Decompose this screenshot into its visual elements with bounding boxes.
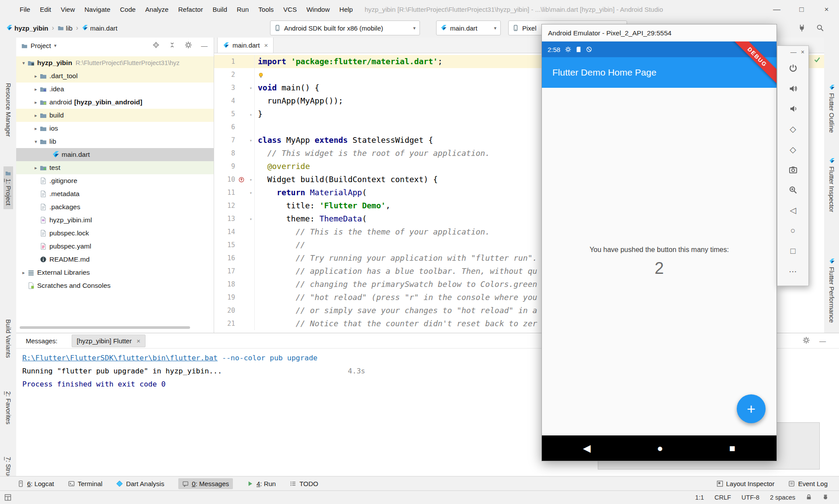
status-widget-utf-8[interactable]: UTF-8 [742, 494, 759, 501]
emulator-camera-button[interactable] [777, 160, 808, 180]
status-widget-1-1[interactable]: 1:1 [695, 494, 704, 501]
menu-build[interactable]: Build [208, 0, 232, 19]
fold-marker-icon[interactable]: ▾ [247, 190, 254, 195]
search-button[interactable] [816, 24, 824, 32]
chevron-right-icon[interactable]: ▸ [32, 165, 40, 171]
chevron-right-icon[interactable]: ▸ [32, 126, 40, 131]
menu-refactor[interactable]: Refactor [173, 0, 208, 19]
menu-help[interactable]: Help [335, 0, 358, 19]
chevron-right-icon[interactable]: ▸ [32, 73, 40, 79]
fold-marker-icon[interactable]: ▾ [247, 86, 254, 90]
window-minimize-button[interactable]: — [764, 0, 789, 19]
menu-window[interactable]: Window [302, 0, 334, 19]
breadcrumb-item-hyzp-yibin[interactable]: hyzp_yibin [6, 24, 49, 32]
lock-button[interactable] [806, 494, 812, 501]
hide-button[interactable]: — [201, 42, 208, 49]
tree-item-android[interactable]: ▸android[hyzp_yibin_android] [16, 96, 214, 109]
stripe-item-build-variants[interactable]: Build Variants [5, 319, 12, 358]
tree-item-metadata[interactable]: .metadata [16, 187, 214, 200]
tab-close-icon[interactable]: × [264, 41, 268, 49]
tree-item-hyzp-yibin-iml[interactable]: hyzp_yibin.iml [16, 214, 214, 227]
inspections-ok-icon[interactable] [814, 56, 821, 63]
device-selector[interactable]: Android SDK built for x86 (mobile)▾ [270, 21, 420, 35]
tree-item-scratches-and-consoles[interactable]: Scratches and Consoles [16, 279, 214, 292]
breadcrumb-item-main-dart[interactable]: main.dart [82, 24, 118, 32]
tool-window-button-event-log[interactable]: Event Log [788, 480, 828, 487]
stripe-item-2-favorites[interactable]: 2: Favorites [5, 391, 12, 425]
fold-marker-icon[interactable]: ▾ [247, 138, 254, 143]
locate-button[interactable] [153, 41, 159, 50]
project-panel-title[interactable]: Project [31, 42, 51, 49]
tree-item-test[interactable]: ▸test [16, 161, 214, 174]
tree-item-hyzp-yibin[interactable]: ▾hyzp_yibinR:\FlutterProject\FlutterProj… [16, 56, 214, 69]
chevron-down-icon[interactable]: ▾ [54, 43, 57, 48]
emulator-volume-down-button[interactable] [777, 99, 808, 119]
tool-window-button-terminal[interactable]: Terminal [68, 480, 103, 487]
emulator-rotate-right-button[interactable]: ◇ [777, 139, 808, 160]
status-widget-crlf[interactable]: CRLF [714, 494, 731, 501]
fold-marker-icon[interactable]: ▴ [247, 112, 254, 117]
tool-window-button-0-messages[interactable]: 0: Messages [178, 478, 233, 489]
chevron-right-icon[interactable]: ▸ [32, 100, 40, 105]
menu-navigate[interactable]: Navigate [80, 0, 115, 19]
settings-button[interactable] [185, 41, 192, 50]
menu-vcs[interactable]: VCS [278, 0, 302, 19]
console-link[interactable]: R:\Flutter\FlutterSDK\flutter\bin\flutte… [22, 354, 218, 362]
tab-close-icon[interactable]: × [136, 337, 140, 345]
settings-button[interactable] [803, 337, 810, 345]
nav-overview-button[interactable]: ■ [729, 442, 735, 454]
tool-window-button-layout-inspector[interactable]: Layout Inspector [717, 480, 775, 487]
emulator-power-button[interactable] [777, 58, 808, 79]
menu-file[interactable]: File [15, 0, 35, 19]
emulator-volume-up-button[interactable] [777, 79, 808, 99]
emulator-more-button[interactable]: ⋯ [777, 261, 808, 282]
nav-back-button[interactable]: ◀ [583, 442, 591, 454]
menu-run[interactable]: Run [232, 0, 254, 19]
emulator-toolbar-minimize-button[interactable]: — [790, 48, 797, 55]
chevron-down-icon[interactable]: ▾ [20, 60, 28, 66]
console-tab-flutter[interactable]: [hyzp_yibin] Flutter × [72, 335, 146, 347]
menu-analyze[interactable]: Analyze [140, 0, 173, 19]
minimize-button[interactable]: — [819, 337, 826, 345]
tree-item-packages[interactable]: .packages [16, 200, 214, 214]
tree-item-build[interactable]: ▸build [16, 109, 214, 122]
menu-code[interactable]: Code [115, 0, 140, 19]
stripe-item-flutter-inspector[interactable]: Flutter Inspector [828, 158, 835, 212]
stripe-item-flutter-performance[interactable]: Flutter Performance [828, 259, 835, 323]
tree-item-pubspec-yaml[interactable]: pubspec.yaml [16, 240, 214, 253]
emulator-toolbar-close-button[interactable]: × [801, 48, 804, 55]
tree-item-main-dart[interactable]: main.dart [16, 148, 214, 161]
stripe-item-flutter-outline[interactable]: Flutter Outline [828, 85, 835, 133]
emulator-rotate-left-button[interactable]: ◇ [777, 119, 808, 140]
run-config-selector[interactable]: main.dart▾ [436, 21, 501, 35]
tree-item-readme-md[interactable]: README.md [16, 253, 214, 266]
status-widget-2-spaces[interactable]: 2 spaces [770, 494, 795, 501]
tree-item-lib[interactable]: ▾lib [16, 135, 214, 148]
stripe-item-resource-manager[interactable]: Resource Manager [5, 83, 12, 137]
editor-tab-main-dart[interactable]: main.dart × [217, 38, 274, 53]
tree-item-external-libraries[interactable]: ▸External Libraries [16, 266, 214, 279]
emulator-back-button[interactable]: ◁ [777, 200, 808, 221]
horizontal-scrollbar[interactable] [20, 326, 190, 329]
tool-window-button-todo[interactable]: TODO [290, 480, 318, 487]
fold-marker-icon[interactable]: ▾ [247, 177, 254, 182]
attach-debugger-button[interactable] [798, 24, 806, 32]
tool-window-button-6-logcat[interactable]: 6: Logcat [17, 480, 54, 487]
nav-home-button[interactable]: ● [657, 442, 663, 454]
chevron-down-icon[interactable]: ▾ [32, 139, 40, 145]
tool-window-button-dart-analysis[interactable]: Dart Analysis [116, 480, 164, 487]
window-maximize-button[interactable]: □ [789, 0, 814, 19]
emulator-overview-button[interactable]: □ [777, 241, 808, 262]
tool-window-button-4-run[interactable]: 4: Run [247, 480, 276, 487]
emulator-zoom-button[interactable] [777, 180, 808, 200]
fab-add-button[interactable]: + [737, 394, 766, 423]
tree-item-gitignore[interactable]: .gitignore [16, 174, 214, 187]
emulator-home-button[interactable]: ○ [777, 221, 808, 241]
menu-edit[interactable]: Edit [35, 0, 56, 19]
window-close-button[interactable]: × [814, 0, 839, 19]
tree-item-ios[interactable]: ▸ios [16, 122, 214, 135]
chevron-right-icon[interactable]: ▸ [20, 270, 28, 276]
collapse-all-button[interactable] [169, 41, 176, 50]
menu-view[interactable]: View [56, 0, 80, 19]
breadcrumb-item-lib[interactable]: lib [58, 24, 73, 32]
